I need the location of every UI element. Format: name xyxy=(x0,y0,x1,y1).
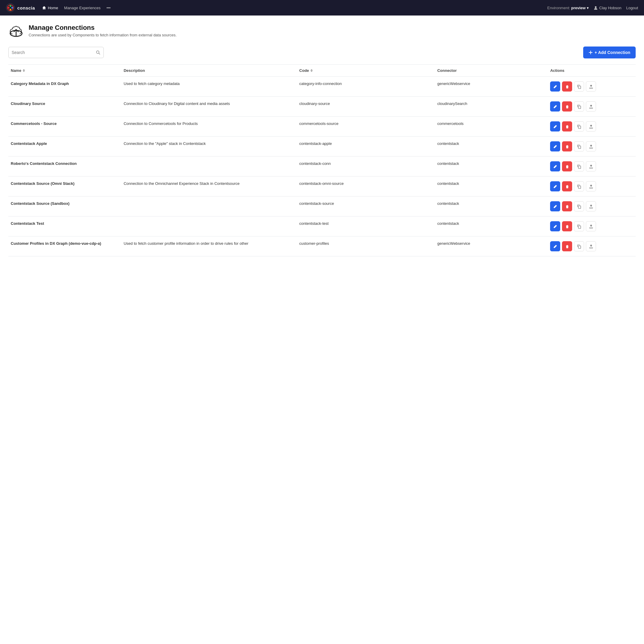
delete-icon-1 xyxy=(565,104,569,109)
actions-group-7 xyxy=(550,221,633,231)
cell-description-5: Connection to the Omnichannel Experience… xyxy=(121,177,297,196)
actions-group-5 xyxy=(550,181,633,191)
search-icon xyxy=(96,50,100,55)
logo[interactable]: conscia xyxy=(6,3,35,12)
copy-icon-4 xyxy=(577,164,581,169)
copy-button-3[interactable] xyxy=(574,141,584,151)
table-row: Roberto's Contentstack Connection conten… xyxy=(8,157,636,177)
export-button-2[interactable] xyxy=(586,121,596,131)
cell-name-1: Cloudinary Source xyxy=(8,97,121,117)
copy-button-8[interactable] xyxy=(574,241,584,251)
cell-actions-8 xyxy=(548,236,636,256)
edit-button-0[interactable] xyxy=(550,81,560,92)
user-icon xyxy=(594,6,598,10)
export-button-1[interactable] xyxy=(586,101,596,112)
cell-code-3: contentstack-apple xyxy=(297,137,435,157)
delete-icon-2 xyxy=(565,124,569,129)
actions-group-8 xyxy=(550,241,633,251)
edit-button-1[interactable] xyxy=(550,101,560,112)
add-connection-button[interactable]: + Add Connection xyxy=(583,47,636,58)
copy-icon-1 xyxy=(577,104,581,109)
cell-code-0: category-info-connection xyxy=(297,77,435,97)
export-button-4[interactable] xyxy=(586,161,596,171)
actions-group-1 xyxy=(550,101,633,112)
cell-code-2: commercetools-source xyxy=(297,117,435,137)
col-header-description: Description xyxy=(121,65,297,77)
delete-button-5[interactable] xyxy=(562,181,572,191)
copy-button-7[interactable] xyxy=(574,221,584,231)
search-input[interactable] xyxy=(12,50,96,55)
edit-button-6[interactable] xyxy=(550,201,560,211)
env-dropdown-icon[interactable]: ▾ xyxy=(587,6,589,10)
copy-button-2[interactable] xyxy=(574,121,584,131)
page-description: Connections are used by Components to fe… xyxy=(29,33,177,37)
cell-name-0: Category Metadata in DX Graph xyxy=(8,77,121,97)
export-button-6[interactable] xyxy=(586,201,596,211)
export-button-8[interactable] xyxy=(586,241,596,251)
svg-point-5 xyxy=(595,6,597,8)
sort-code-icon[interactable] xyxy=(310,69,313,72)
edit-button-5[interactable] xyxy=(550,181,560,191)
edit-button-7[interactable] xyxy=(550,221,560,231)
cell-connector-6: contentstack xyxy=(435,196,548,216)
delete-button-2[interactable] xyxy=(562,121,572,131)
delete-button-1[interactable] xyxy=(562,101,572,112)
cell-description-3: Connection to the "Apple" stack in Conte… xyxy=(121,137,297,157)
edit-button-8[interactable] xyxy=(550,241,560,251)
nav-user[interactable]: Clay Hobson xyxy=(594,6,621,10)
delete-button-0[interactable] xyxy=(562,81,572,92)
delete-icon-5 xyxy=(565,184,569,189)
col-header-connector: Connector xyxy=(435,65,548,77)
cell-name-3: Contentstack Apple xyxy=(8,137,121,157)
edit-icon-7 xyxy=(553,224,558,229)
svg-point-4 xyxy=(10,9,11,10)
table-body: Category Metadata in DX Graph Used to fe… xyxy=(8,77,636,256)
search-button[interactable] xyxy=(96,50,100,55)
nav-manage[interactable]: Manage Experiences xyxy=(64,6,100,10)
delete-button-6[interactable] xyxy=(562,201,572,211)
edit-button-2[interactable] xyxy=(550,121,560,131)
delete-button-7[interactable] xyxy=(562,221,572,231)
svg-point-1 xyxy=(8,7,10,9)
cell-actions-6 xyxy=(548,196,636,216)
cell-name-2: Commercetools - Source xyxy=(8,117,121,137)
export-button-5[interactable] xyxy=(586,181,596,191)
svg-rect-12 xyxy=(578,146,581,148)
copy-button-1[interactable] xyxy=(574,101,584,112)
copy-button-0[interactable] xyxy=(574,81,584,92)
svg-rect-14 xyxy=(578,186,581,188)
svg-rect-9 xyxy=(578,86,581,89)
cell-connector-3: contentstack xyxy=(435,137,548,157)
upload-cloud-icon xyxy=(8,24,24,39)
copy-icon-7 xyxy=(577,224,581,229)
cell-actions-5 xyxy=(548,177,636,196)
delete-button-4[interactable] xyxy=(562,161,572,171)
copy-button-5[interactable] xyxy=(574,181,584,191)
nav-more[interactable]: ••• xyxy=(106,6,111,10)
delete-button-8[interactable] xyxy=(562,241,572,251)
copy-button-4[interactable] xyxy=(574,161,584,171)
nav-home[interactable]: Home xyxy=(42,6,58,10)
svg-rect-15 xyxy=(578,206,581,208)
actions-group-2 xyxy=(550,121,633,131)
cell-description-4 xyxy=(121,157,297,177)
cell-actions-0 xyxy=(548,77,636,97)
edit-button-4[interactable] xyxy=(550,161,560,171)
brand-name: conscia xyxy=(17,5,35,10)
edit-button-3[interactable] xyxy=(550,141,560,151)
delete-button-3[interactable] xyxy=(562,141,572,151)
export-button-3[interactable] xyxy=(586,141,596,151)
export-icon-8 xyxy=(589,244,593,249)
logout-button[interactable]: Logout xyxy=(626,6,638,10)
export-icon-1 xyxy=(589,104,593,109)
svg-rect-16 xyxy=(578,226,581,228)
export-button-7[interactable] xyxy=(586,221,596,231)
copy-button-6[interactable] xyxy=(574,201,584,211)
export-icon-6 xyxy=(589,204,593,209)
cell-name-6: Contentstack Source (Sandbox) xyxy=(8,196,121,216)
export-button-0[interactable] xyxy=(586,81,596,92)
delete-icon-6 xyxy=(565,204,569,209)
edit-icon-5 xyxy=(553,184,558,189)
edit-icon-8 xyxy=(553,244,558,249)
sort-name-icon[interactable] xyxy=(23,69,25,72)
